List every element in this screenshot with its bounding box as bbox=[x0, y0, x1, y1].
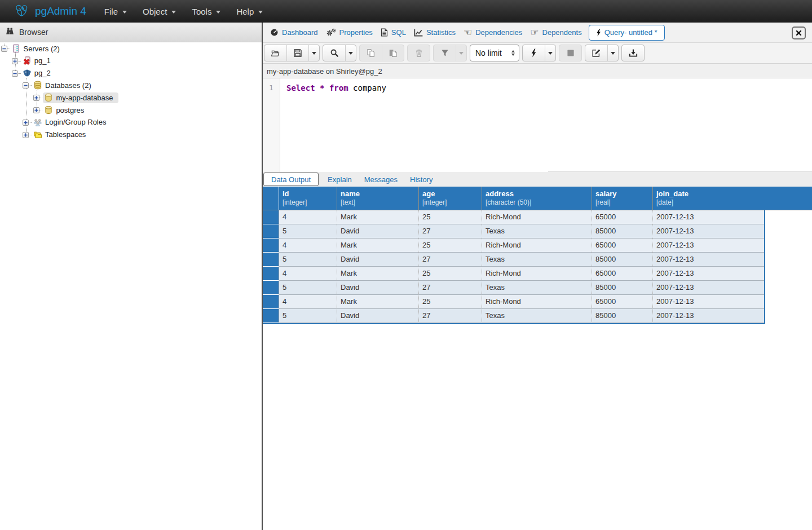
grid-cell-join_date[interactable]: 2007-12-13 bbox=[653, 238, 764, 253]
column-header-name[interactable]: name[text] bbox=[337, 187, 419, 210]
grid-cell-address[interactable]: Rich-Mond bbox=[482, 267, 592, 281]
execute-menu-button[interactable] bbox=[545, 45, 555, 61]
grid-cell-id[interactable]: 5 bbox=[279, 253, 337, 267]
tab-dependents[interactable]: ☞Dependents bbox=[526, 28, 585, 37]
filter-button[interactable] bbox=[434, 45, 456, 61]
tree-node-body[interactable]: Tablespaces bbox=[32, 130, 91, 140]
grid-cell-join_date[interactable]: 2007-12-13 bbox=[653, 210, 764, 224]
menu-tools[interactable]: Tools bbox=[184, 0, 228, 23]
grid-cell-id[interactable]: 5 bbox=[279, 224, 337, 238]
stop-button[interactable] bbox=[559, 45, 581, 61]
grid-cell-id[interactable]: 4 bbox=[279, 267, 337, 281]
expand-expander-icon[interactable] bbox=[33, 107, 39, 113]
tree-item-my-app-database[interactable]: my-app-database bbox=[0, 92, 261, 104]
grid-cell-name[interactable]: Mark bbox=[337, 238, 419, 253]
grid-cell-age[interactable]: 27 bbox=[419, 309, 482, 323]
grid-cell-age[interactable]: 25 bbox=[419, 238, 482, 253]
grid-cell-address[interactable]: Rich-Mond bbox=[482, 210, 592, 224]
row-selector-cell[interactable] bbox=[263, 210, 279, 224]
grid-cell-id[interactable]: 4 bbox=[279, 238, 337, 253]
output-tab-explain[interactable]: Explain bbox=[321, 175, 358, 184]
sql-editor[interactable]: 1 Select * from company bbox=[263, 78, 812, 172]
sql-code-line[interactable]: Select * from company bbox=[286, 83, 386, 92]
tree-item-pg-1[interactable]: pg_1 bbox=[0, 55, 261, 67]
tree-item-postgres[interactable]: postgres bbox=[0, 104, 261, 117]
grid-cell-name[interactable]: Mark bbox=[337, 210, 419, 224]
tree-node-body[interactable]: postgres bbox=[43, 105, 89, 116]
filter-menu-button[interactable] bbox=[456, 45, 466, 61]
row-selector-cell[interactable] bbox=[263, 281, 279, 295]
grid-cell-salary[interactable]: 65000 bbox=[592, 295, 653, 309]
tree-node-body[interactable]: Login/Group Roles bbox=[32, 117, 111, 128]
row-selector-cell[interactable] bbox=[263, 295, 279, 309]
edit-button[interactable] bbox=[585, 45, 607, 61]
output-tab-history[interactable]: History bbox=[404, 175, 439, 184]
grid-cell-address[interactable]: Rich-Mond bbox=[482, 295, 592, 309]
tree-node-body[interactable]: my-app-database bbox=[43, 92, 118, 103]
grid-cell-salary[interactable]: 85000 bbox=[592, 253, 653, 267]
output-tab-messages[interactable]: Messages bbox=[358, 175, 404, 184]
grid-cell-join_date[interactable]: 2007-12-13 bbox=[653, 295, 764, 309]
grid-cell-age[interactable]: 25 bbox=[419, 210, 482, 224]
grid-cell-join_date[interactable]: 2007-12-13 bbox=[653, 224, 764, 238]
grid-cell-address[interactable]: Texas bbox=[482, 224, 592, 238]
execute-button[interactable] bbox=[523, 45, 545, 61]
save-file-menu-button[interactable] bbox=[308, 45, 319, 61]
tree-node-body[interactable]: Servers (2) bbox=[11, 43, 65, 54]
column-header-join_date[interactable]: join_date[date] bbox=[653, 187, 764, 210]
expand-expander-icon[interactable] bbox=[23, 132, 29, 138]
row-selector-cell[interactable] bbox=[263, 224, 279, 238]
tree-item-databases-2[interactable]: Databases (2) bbox=[0, 80, 261, 92]
row-limit-select[interactable]: No limit bbox=[470, 45, 519, 61]
grid-cell-salary[interactable]: 65000 bbox=[592, 267, 653, 281]
row-selector-cell[interactable] bbox=[263, 238, 279, 253]
grid-cell-address[interactable]: Texas bbox=[482, 281, 592, 295]
collapse-expander-icon[interactable] bbox=[12, 70, 18, 77]
row-selector-header-cell[interactable] bbox=[263, 187, 279, 210]
grid-cell-id[interactable]: 5 bbox=[279, 281, 337, 295]
row-selector-cell[interactable] bbox=[263, 253, 279, 267]
tree-item-pg-2[interactable]: pg_2 bbox=[0, 67, 261, 80]
expand-expander-icon[interactable] bbox=[23, 120, 29, 126]
row-selector-cell[interactable] bbox=[263, 309, 279, 323]
collapse-expander-icon[interactable] bbox=[1, 46, 7, 52]
tree-node-body[interactable]: pg_2 bbox=[21, 68, 56, 79]
grid-cell-name[interactable]: David bbox=[337, 224, 419, 238]
find-menu-button[interactable] bbox=[345, 45, 356, 61]
grid-cell-id[interactable]: 4 bbox=[279, 210, 337, 224]
expand-expander-icon[interactable] bbox=[12, 58, 18, 64]
grid-cell-join_date[interactable]: 2007-12-13 bbox=[653, 267, 764, 281]
column-header-salary[interactable]: salary[real] bbox=[592, 187, 653, 210]
grid-cell-age[interactable]: 27 bbox=[419, 224, 482, 238]
delete-button[interactable] bbox=[408, 45, 430, 61]
grid-cell-address[interactable]: Rich-Mond bbox=[482, 238, 592, 253]
tree-node-body[interactable]: pg_1 bbox=[21, 56, 56, 67]
grid-cell-age[interactable]: 25 bbox=[419, 267, 482, 281]
grid-cell-name[interactable]: Mark bbox=[337, 295, 419, 309]
copy-button[interactable] bbox=[360, 45, 382, 61]
grid-cell-name[interactable]: David bbox=[337, 253, 419, 267]
output-tab-data-output[interactable]: Data Output bbox=[263, 173, 319, 186]
grid-cell-salary[interactable]: 65000 bbox=[592, 210, 653, 224]
grid-cell-join_date[interactable]: 2007-12-13 bbox=[653, 309, 764, 323]
row-selector-cell[interactable] bbox=[263, 267, 279, 281]
grid-cell-age[interactable]: 27 bbox=[419, 253, 482, 267]
collapse-expander-icon[interactable] bbox=[23, 82, 29, 89]
grid-cell-join_date[interactable]: 2007-12-13 bbox=[653, 253, 764, 267]
column-header-id[interactable]: id[integer] bbox=[279, 187, 337, 210]
column-header-address[interactable]: address[character (50)] bbox=[482, 187, 592, 210]
grid-cell-salary[interactable]: 65000 bbox=[592, 238, 653, 253]
tab-statistics[interactable]: Statistics bbox=[410, 28, 460, 37]
save-file-button[interactable] bbox=[286, 45, 308, 61]
grid-cell-name[interactable]: David bbox=[337, 281, 419, 295]
tree-node-body[interactable]: Databases (2) bbox=[32, 80, 96, 91]
grid-cell-age[interactable]: 27 bbox=[419, 281, 482, 295]
tab-sql[interactable]: SQL bbox=[377, 28, 410, 37]
menu-help[interactable]: Help bbox=[228, 0, 271, 23]
menu-object[interactable]: Object bbox=[135, 0, 184, 23]
grid-cell-age[interactable]: 25 bbox=[419, 295, 482, 309]
tab-properties[interactable]: Properties bbox=[322, 28, 377, 37]
download-button[interactable] bbox=[622, 45, 644, 61]
tab-dashboard[interactable]: Dashboard bbox=[266, 28, 322, 37]
grid-cell-join_date[interactable]: 2007-12-13 bbox=[653, 281, 764, 295]
